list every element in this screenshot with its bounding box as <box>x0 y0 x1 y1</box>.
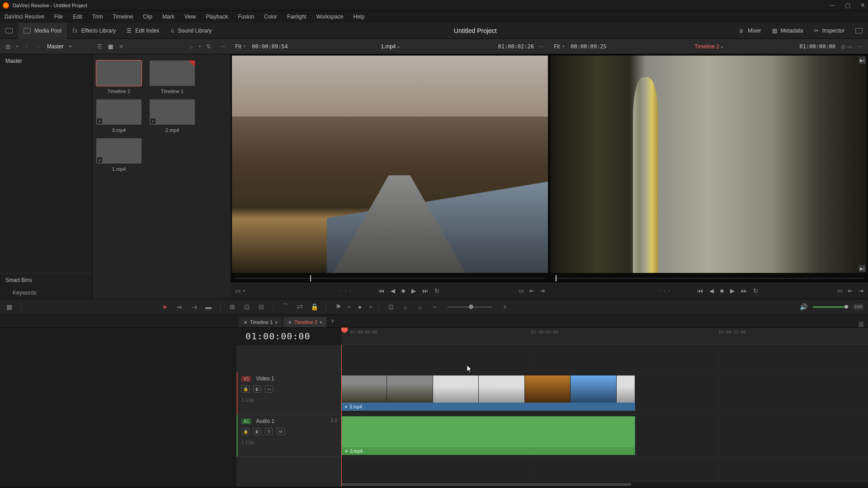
source-jog-left-icon[interactable]: ‹ • › <box>340 289 352 292</box>
menu-fairlight[interactable]: Fairlight <box>287 14 307 20</box>
source-last-frame-icon[interactable]: ⏭ <box>422 287 428 294</box>
sort-icon[interactable]: ⇅ <box>205 43 212 50</box>
zoom-detail-icon[interactable]: ⌕ <box>401 302 410 311</box>
media-clip[interactable]: ♪2.mp4 <box>150 99 195 133</box>
trim-tool-icon[interactable]: ⫤ <box>175 302 184 311</box>
bin-view-chevron-icon[interactable]: ▾ <box>16 44 18 48</box>
menu-fusion[interactable]: Fusion <box>238 14 254 20</box>
nav-fwd-icon[interactable]: › <box>35 43 42 50</box>
minimize-button[interactable]: — <box>829 2 835 9</box>
stacked-timelines-icon[interactable]: ▥ <box>859 321 863 327</box>
replace-clip-icon[interactable]: ⊟ <box>257 302 266 311</box>
program-match-frame-icon[interactable]: ▭ <box>837 287 843 294</box>
program-mark-out-icon[interactable]: ⇥ <box>859 287 863 294</box>
source-zoom[interactable]: Fit <box>235 43 241 50</box>
menu-mark[interactable]: Mark <box>162 14 175 20</box>
zoom-full-icon[interactable]: ⌕ <box>415 302 425 311</box>
media-clip[interactable]: ♪3.mp4 <box>96 99 142 133</box>
program-next-edit-icon[interactable]: ▶| <box>859 56 866 64</box>
bypass-icon[interactable]: ◎ <box>840 43 846 50</box>
menu-playback[interactable]: Playback <box>206 14 228 20</box>
menu-trim[interactable]: Trim <box>92 14 103 20</box>
media-clip[interactable]: ♪1.mp4 <box>96 138 142 172</box>
single-viewer-icon[interactable]: ▭ <box>846 43 853 50</box>
timeline-ruler[interactable]: 01:00:00:00 01:00:06:00 01:00:12:00 <box>341 328 868 345</box>
program-zoom-chevron-icon[interactable]: ▾ <box>562 44 564 48</box>
expand-media-pool-icon[interactable] <box>0 23 18 39</box>
timeline-view-options-icon[interactable]: ▦ <box>5 302 14 311</box>
marker-icon[interactable]: ● <box>355 302 364 311</box>
pool-options-icon[interactable]: ⋯ <box>221 43 227 50</box>
menu-view[interactable]: View <box>184 14 196 20</box>
source-overlay-icon[interactable]: ▭ <box>235 287 241 294</box>
edit-index-button[interactable]: ☰Edit Index <box>121 23 165 39</box>
search-chevron-icon[interactable]: ▾ <box>199 44 201 48</box>
tab-chevron-icon[interactable]: ▾ <box>320 320 322 324</box>
volume-slider[interactable] <box>813 306 849 308</box>
media-pool[interactable]: Timeline 2Timeline 1♪3.mp4♪2.mp4♪1.mp4 <box>93 54 231 299</box>
blade-tool-icon[interactable]: ▬ <box>204 302 213 311</box>
smart-bin-keywords[interactable]: Keywords <box>0 287 92 299</box>
metadata-button[interactable]: ▤Metadata <box>767 23 809 39</box>
add-timeline-tab-icon[interactable]: + <box>326 314 339 327</box>
video-track-header[interactable]: V1Video 1 🔒 ◧ ▭ 1 Clip <box>236 372 341 414</box>
source-zoom-chevron-icon[interactable]: ▾ <box>244 44 245 48</box>
program-viewer-image[interactable]: ▶| ▶| <box>551 56 867 273</box>
flag-icon[interactable]: ⚑ <box>334 302 343 311</box>
program-scrubber[interactable] <box>549 274 868 282</box>
program-last-frame-icon[interactable]: ⏭ <box>741 287 747 294</box>
expand-inspector-icon[interactable] <box>850 23 868 39</box>
source-stop-icon[interactable]: ■ <box>401 287 405 294</box>
media-pool-button[interactable]: Media Pool <box>18 23 67 39</box>
maximize-button[interactable]: ▢ <box>845 2 850 9</box>
auto-select-icon[interactable]: ◧ <box>253 385 261 393</box>
close-button[interactable]: ✕ <box>860 2 865 9</box>
source-match-frame-icon[interactable]: ▭ <box>519 287 524 294</box>
nav-back-icon[interactable]: ‹ <box>24 43 30 50</box>
menu-workspace[interactable]: Workspace <box>316 14 344 20</box>
video-clip[interactable]: ⚭3.mp4 <box>341 375 635 411</box>
program-play-icon[interactable]: ▶ <box>730 287 735 294</box>
lock-icon[interactable]: 🔒 <box>310 302 319 311</box>
dim-toggle[interactable]: DIM <box>854 304 864 310</box>
inspector-button[interactable]: ✂Inspector <box>809 23 850 39</box>
tab-close-icon[interactable]: ✕ <box>244 320 247 325</box>
overwrite-clip-icon[interactable]: ⊡ <box>242 302 251 311</box>
source-options-icon[interactable]: ⋯ <box>538 43 545 50</box>
audio-clip[interactable]: ⚭3.mp4 <box>341 416 635 455</box>
audio-auto-select-icon[interactable]: ◧ <box>253 428 261 435</box>
mute-icon[interactable]: M <box>277 428 285 435</box>
source-viewer-image[interactable] <box>232 56 548 273</box>
timeline-tab[interactable]: ✕Timeline 2▾ <box>283 317 326 327</box>
zoom-out-icon[interactable]: − <box>430 302 439 311</box>
timeline-canvas[interactable]: ⚭3.mp4 ⚭3.mp4 <box>341 345 868 487</box>
solo-icon[interactable]: S <box>265 428 273 435</box>
bin-view-icon[interactable]: ▥ <box>5 43 11 50</box>
playhead-line[interactable] <box>341 345 342 487</box>
zoom-in-icon[interactable]: + <box>500 302 509 311</box>
menu-edit[interactable]: Edit <box>73 14 82 20</box>
bin-master[interactable]: Master <box>0 54 92 68</box>
tab-close-icon[interactable]: ✕ <box>288 320 292 325</box>
source-clip-name[interactable]: 1.mp4 ▾ <box>381 43 399 50</box>
zoom-slider[interactable] <box>447 306 492 308</box>
timeline-tab[interactable]: ✕Timeline 1▾ <box>239 317 282 327</box>
source-first-frame-icon[interactable]: ⏮ <box>378 287 384 294</box>
playhead-top-icon[interactable] <box>341 328 348 333</box>
timeline-timecode[interactable]: 01:00:00:00 <box>245 331 310 342</box>
program-first-frame-icon[interactable]: ⏮ <box>697 287 703 294</box>
program-loop-icon[interactable]: ↻ <box>753 287 758 294</box>
program-mark-in-icon[interactable]: ⇤ <box>848 287 853 294</box>
audio-track-header[interactable]: 2.0 A1Audio 1 🔒 ◧ S M 1 Clip <box>236 414 341 457</box>
sound-library-button[interactable]: ♫Sound Library <box>165 23 217 39</box>
list-view-icon[interactable]: ☰ <box>96 43 103 50</box>
program-prev-frame-icon[interactable]: ◀ <box>709 287 714 294</box>
source-prev-frame-icon[interactable]: ◀ <box>391 287 395 294</box>
source-loop-icon[interactable]: ↻ <box>434 287 439 294</box>
source-mark-in-icon[interactable]: ⇤ <box>529 287 534 294</box>
source-scrubber[interactable] <box>231 274 549 282</box>
dynamic-trim-icon[interactable]: ⫣ <box>189 302 198 311</box>
program-stop-icon[interactable]: ■ <box>720 287 724 294</box>
zoom-preset-icon[interactable]: ⊡ <box>387 302 396 311</box>
program-prev-edit-icon[interactable]: ▶| <box>859 265 866 272</box>
